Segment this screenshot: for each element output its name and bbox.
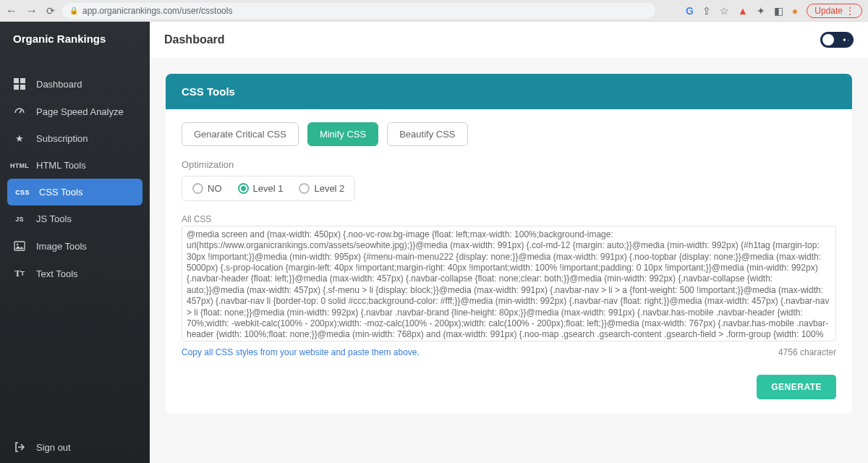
browser-chrome: ← → ⟳ 🔒 app.organicrankings.com/user/css… — [0, 0, 868, 22]
help-text: Copy all CSS styles from your website an… — [182, 347, 420, 357]
svg-rect-0 — [14, 78, 19, 83]
star-icon: ★ — [13, 133, 26, 144]
reload-icon[interactable]: ⟳ — [46, 5, 55, 17]
url-bar[interactable]: 🔒 app.organicrankings.com/user/csstools — [62, 3, 655, 19]
sidebar-nav: Dashboard Page Speed Analyze ★ Subscript… — [0, 56, 150, 431]
sidebar-item-css-tools[interactable]: CSS CSS Tools — [7, 179, 142, 205]
svg-rect-2 — [14, 85, 19, 90]
stars-icon: ✦· — [842, 37, 850, 43]
tool-tabs: Genarate Critical CSS Minify CSS Beautif… — [166, 109, 852, 146]
sidebar-item-text-tools[interactable]: TT Text Tools — [0, 260, 150, 287]
radio-level1[interactable]: Level 1 — [238, 183, 284, 194]
tab-minify-css[interactable]: Minify CSS — [307, 122, 378, 146]
tab-generate-critical-css[interactable]: Genarate Critical CSS — [182, 122, 299, 146]
sidebar-item-image-tools[interactable]: Image Tools — [0, 232, 150, 260]
css-input[interactable] — [182, 226, 836, 341]
card-header: CSS Tools — [166, 74, 852, 109]
optimization-label: Optimization — [182, 159, 836, 170]
sidebar-item-subscription[interactable]: ★ Subscription — [0, 125, 150, 152]
profile-icon[interactable]: ● — [792, 5, 798, 17]
generate-button[interactable]: GENERATE — [757, 375, 836, 399]
topbar: Dashboard ✦· — [150, 22, 868, 58]
google-icon[interactable]: G — [686, 5, 694, 17]
speed-icon — [13, 106, 26, 117]
css-badge-icon: CSS — [16, 189, 29, 196]
sidebar-item-dashboard[interactable]: Dashboard — [0, 70, 150, 98]
text-icon: TT — [13, 268, 26, 279]
css-tools-card: CSS Tools Genarate Critical CSS Minify C… — [166, 74, 852, 414]
sidebar-item-html-tools[interactable]: HTML HTML Tools — [0, 152, 150, 179]
signout-icon — [13, 441, 26, 453]
forward-icon[interactable]: → — [26, 4, 38, 17]
dark-mode-toggle[interactable]: ✦· — [820, 32, 854, 48]
radio-dot — [299, 183, 310, 194]
radio-level2[interactable]: Level 2 — [299, 183, 344, 194]
window-icon[interactable]: ◧ — [774, 5, 783, 17]
optimization-radio-group: NO Level 1 Level 2 — [182, 176, 355, 201]
more-icon: ⋮ — [846, 6, 854, 16]
sidebar-item-pagespeed[interactable]: Page Speed Analyze — [0, 98, 150, 125]
svg-rect-5 — [14, 242, 25, 250]
tab-beautify-css[interactable]: Beautify CSS — [387, 122, 467, 146]
image-icon — [13, 240, 26, 252]
url-text: app.organicrankings.com/user/csstools — [82, 6, 232, 16]
signout-button[interactable]: Sign out — [0, 431, 150, 463]
js-badge-icon: JS — [13, 216, 26, 223]
svg-point-6 — [17, 244, 18, 245]
back-icon[interactable]: ← — [6, 4, 17, 17]
char-count: 4756 character — [778, 347, 836, 357]
svg-line-4 — [20, 110, 22, 113]
sidebar: Organic Rankings Dashboard Page Speed An… — [0, 22, 150, 463]
puzzle-icon[interactable]: ✦ — [757, 5, 765, 17]
radio-dot — [238, 183, 249, 194]
page-title: Dashboard — [164, 33, 225, 46]
radio-no[interactable]: NO — [192, 183, 222, 194]
extension-icon[interactable]: ▲ — [738, 5, 748, 17]
update-button[interactable]: Update ⋮ — [807, 4, 862, 18]
dashboard-icon — [13, 78, 26, 90]
sidebar-item-js-tools[interactable]: JS JS Tools — [0, 205, 150, 232]
lock-icon: 🔒 — [69, 7, 78, 14]
share-icon[interactable]: ⇪ — [702, 5, 711, 17]
html-badge-icon: HTML — [13, 162, 26, 169]
svg-rect-1 — [20, 78, 25, 83]
all-css-label: All CSS — [182, 214, 836, 224]
toggle-knob — [822, 34, 834, 46]
svg-rect-3 — [20, 85, 25, 90]
star-icon[interactable]: ☆ — [720, 5, 729, 17]
radio-dot — [192, 183, 203, 194]
main-content: Dashboard ✦· CSS Tools Genarate Critical… — [150, 22, 868, 463]
brand-title: Organic Rankings — [0, 22, 150, 56]
